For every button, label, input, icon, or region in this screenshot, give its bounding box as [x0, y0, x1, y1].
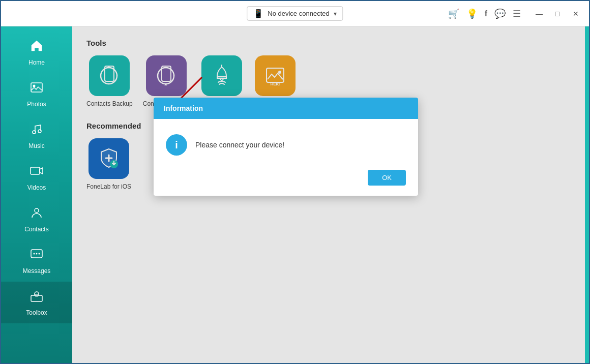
sidebar-label-videos: Videos [27, 184, 46, 191]
main-content: Tools [72, 26, 589, 364]
messages-icon [29, 247, 44, 264]
cart-icon[interactable]: 🛒 [448, 8, 459, 19]
sidebar-item-toolbox[interactable]: Toolbox [1, 282, 72, 323]
contacts-icon [29, 205, 44, 223]
dialog-footer: OK [154, 166, 418, 196]
information-dialog: Information i Please connect your device… [154, 98, 418, 196]
sidebar: Home Photos Music [1, 26, 72, 364]
device-selector[interactable]: 📱 No device connected ▾ [247, 6, 343, 21]
sidebar-label-contacts: Contacts [24, 226, 48, 233]
sidebar-item-messages[interactable]: Messages [1, 240, 72, 282]
sidebar-label-photos: Photos [27, 101, 46, 108]
titlebar-actions: 🛒 💡 f 💬 ☰ — □ ✕ [448, 7, 589, 21]
info-icon: i [166, 134, 187, 156]
svg-point-7 [34, 253, 35, 255]
sidebar-item-videos[interactable]: Videos [1, 157, 72, 198]
menu-icon[interactable]: ☰ [513, 8, 521, 19]
svg-point-9 [39, 253, 40, 255]
facebook-icon[interactable]: f [485, 9, 487, 18]
sidebar-item-home[interactable]: Home [1, 32, 72, 73]
svg-rect-0 [31, 83, 42, 92]
sidebar-item-photos[interactable]: Photos [1, 73, 72, 115]
ok-button[interactable]: OK [368, 170, 406, 186]
sidebar-label-home: Home [28, 59, 45, 66]
close-button[interactable]: ✕ [569, 7, 583, 21]
titlebar: 📱 No device connected ▾ 🛒 💡 f 💬 ☰ — □ ✕ [1, 1, 589, 26]
chat-icon[interactable]: 💬 [494, 8, 506, 19]
window-controls: — □ ✕ [532, 7, 583, 21]
bulb-icon[interactable]: 💡 [466, 8, 478, 19]
svg-point-8 [36, 253, 38, 255]
sidebar-label-toolbox: Toolbox [26, 309, 47, 316]
dialog-message: Please connect your device! [195, 141, 284, 149]
dialog-header: Information [154, 98, 418, 119]
minimize-button[interactable]: — [532, 7, 546, 21]
svg-point-5 [35, 208, 39, 213]
toolbox-icon [29, 289, 44, 306]
music-icon [29, 122, 44, 139]
maximize-button[interactable]: □ [550, 7, 565, 21]
phone-icon: 📱 [253, 9, 263, 18]
sidebar-item-contacts[interactable]: Contacts [1, 198, 72, 240]
app-body: Home Photos Music [1, 26, 589, 364]
chevron-down-icon: ▾ [334, 10, 337, 17]
sidebar-label-messages: Messages [23, 267, 51, 275]
sidebar-item-music[interactable]: Music [1, 115, 72, 157]
photos-icon [29, 80, 44, 98]
dialog-overlay: Information i Please connect your device… [72, 26, 589, 364]
dialog-title: Information [164, 104, 203, 112]
device-status: No device connected [268, 10, 329, 17]
right-edge-bar [585, 26, 589, 364]
sidebar-label-music: Music [28, 142, 44, 149]
home-icon [29, 39, 44, 56]
dialog-body: i Please connect your device! [154, 119, 418, 166]
svg-rect-4 [31, 167, 40, 174]
videos-icon [29, 164, 44, 181]
svg-point-1 [33, 85, 36, 87]
